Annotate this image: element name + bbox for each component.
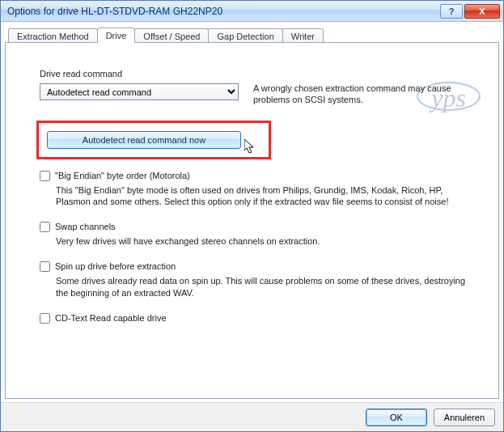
read-command-hint: A wrongly chosen extraction command may … <box>253 83 464 106</box>
swap-channels-desc: Very few drives will have exchanged ster… <box>56 235 476 247</box>
svg-marker-0 <box>244 139 253 153</box>
drive-read-command-label: Drive read command <box>40 69 481 78</box>
ok-button[interactable]: OK <box>366 409 427 426</box>
help-button[interactable]: ? <box>440 4 463 19</box>
drive-tab-panel: yps Drive read command Autodetect read c… <box>5 42 499 399</box>
cdtext-option[interactable]: CD-Text Read capable drive <box>40 313 481 324</box>
options-dialog: Options for drive HL-DT-STDVD-RAM GH22NP… <box>0 0 504 432</box>
tab-extraction-method[interactable]: Extraction Method <box>8 28 98 43</box>
read-command-select-wrap: Autodetect read command <box>40 83 239 100</box>
tab-drive[interactable]: Drive <box>97 28 136 43</box>
cancel-button[interactable]: Annuleren <box>434 409 495 426</box>
cursor-icon <box>244 139 257 155</box>
titlebar: Options for drive HL-DT-STDVD-RAM GH22NP… <box>1 1 503 22</box>
tab-gap-detection[interactable]: Gap Detection <box>208 28 282 43</box>
tab-writer[interactable]: Writer <box>282 28 324 43</box>
close-button[interactable]: X <box>464 4 500 19</box>
autodetect-now-button[interactable]: Autodetect read command now <box>47 131 241 149</box>
big-endian-option[interactable]: "Big Endian" byte order (Motorola) <box>40 171 481 181</box>
spin-up-label: Spin up drive before extraction <box>55 261 176 271</box>
tab-offset-speed[interactable]: Offset / Speed <box>134 28 209 43</box>
swap-channels-label: Swap channels <box>55 222 116 231</box>
big-endian-desc: This "Big Endian" byte mode is often use… <box>56 184 476 208</box>
spin-up-option[interactable]: Spin up drive before extraction <box>40 261 481 272</box>
dialog-footer: OK Annuleren <box>1 402 503 431</box>
big-endian-checkbox[interactable] <box>40 171 50 181</box>
tab-bar: Extraction Method Drive Offset / Speed G… <box>5 24 499 42</box>
window-title: Options for drive HL-DT-STDVD-RAM GH22NP… <box>7 6 438 17</box>
cdtext-checkbox[interactable] <box>40 313 50 324</box>
read-command-select[interactable]: Autodetect read command <box>40 83 239 100</box>
spin-up-checkbox[interactable] <box>40 261 50 272</box>
content-area: Extraction Method Drive Offset / Speed G… <box>5 24 499 399</box>
swap-channels-checkbox[interactable] <box>40 222 50 232</box>
autodetect-highlight-box: Autodetect read command now <box>36 121 271 159</box>
read-command-row: Autodetect read command A wrongly chosen… <box>40 83 481 106</box>
swap-channels-option[interactable]: Swap channels <box>40 222 481 232</box>
big-endian-label: "Big Endian" byte order (Motorola) <box>55 171 190 180</box>
cdtext-label: CD-Text Read capable drive <box>55 313 167 323</box>
spin-up-desc: Some drives already read data on spin up… <box>56 275 476 299</box>
